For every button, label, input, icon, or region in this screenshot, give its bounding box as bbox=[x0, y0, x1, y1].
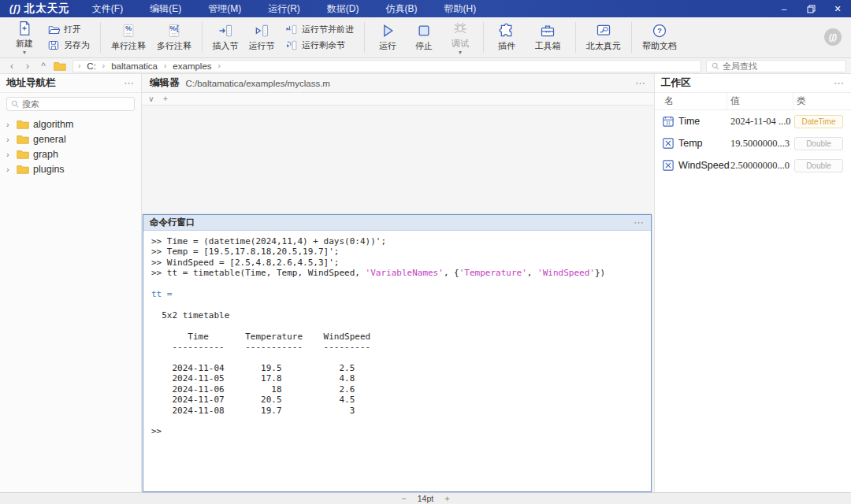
menu-file[interactable]: 文件(F) bbox=[81, 1, 134, 17]
run-remaining-icon bbox=[285, 40, 298, 50]
restore-button[interactable] bbox=[797, 0, 824, 17]
tree-item-general[interactable]: › general bbox=[0, 132, 141, 146]
workspace-row-time[interactable]: 31 Time 2024-11-04 ...0 DateTime bbox=[655, 110, 851, 132]
close-button[interactable]: ✕ bbox=[824, 0, 851, 17]
folder-icon bbox=[17, 165, 29, 174]
console-output[interactable]: >> Time = (datetime(2024,11,4) + days(0:… bbox=[143, 231, 651, 491]
close-icon: ✕ bbox=[834, 4, 841, 14]
main-area: 地址导航栏 ⋯ › algorithm › general › graph bbox=[0, 74, 851, 492]
help-doc-label: 帮助文档 bbox=[642, 40, 677, 52]
run-section-button[interactable]: 运行节 bbox=[243, 19, 280, 56]
tree-label: algorithm bbox=[33, 119, 73, 130]
plugin-button[interactable]: 插件 bbox=[489, 19, 525, 56]
crumb-drive[interactable]: C: bbox=[85, 61, 98, 71]
type-badge: Double bbox=[794, 159, 843, 172]
crumb-baltamatica[interactable]: baltamatica bbox=[110, 61, 159, 71]
chevron-right-icon: › bbox=[6, 135, 13, 144]
folder-icon bbox=[17, 120, 29, 129]
tree-label: plugins bbox=[33, 164, 65, 175]
run-remaining-label: 运行剩余节 bbox=[302, 39, 345, 51]
help-doc-button[interactable]: ? 帮助文档 bbox=[637, 19, 682, 56]
variable-name: Time bbox=[678, 116, 730, 127]
column-name[interactable]: 名 bbox=[655, 93, 727, 109]
open-button[interactable]: 打开 bbox=[44, 23, 94, 36]
address-nav-panel: 地址导航栏 ⋯ › algorithm › general › graph bbox=[0, 74, 142, 492]
toolbox-icon bbox=[540, 23, 556, 39]
crumb-sep-icon: › bbox=[218, 61, 221, 70]
command-window-more-icon[interactable]: ⋯ bbox=[634, 217, 645, 228]
run-section-icon bbox=[254, 23, 269, 39]
crumb-examples[interactable]: examples bbox=[171, 61, 213, 71]
save-as-label: 另存为 bbox=[64, 39, 90, 51]
minimize-icon: – bbox=[782, 4, 786, 13]
workspace-header: 工作区 ⋯ bbox=[655, 74, 851, 93]
tree-item-algorithm[interactable]: › algorithm bbox=[0, 117, 141, 132]
tab-collapse-button[interactable]: ∨ bbox=[145, 94, 158, 105]
nav-up-button[interactable]: ^ bbox=[36, 60, 50, 72]
menu-edit[interactable]: 编辑(E) bbox=[139, 1, 192, 17]
run-section-advance-button[interactable]: 运行节并前进 bbox=[281, 23, 358, 36]
tree-label: graph bbox=[33, 149, 58, 160]
current-folder-button[interactable] bbox=[52, 60, 68, 72]
new-button[interactable]: 新建 ▾ bbox=[6, 19, 43, 56]
app-name: 北太天元 bbox=[24, 2, 70, 16]
font-size-value: 14pt bbox=[418, 494, 433, 503]
debug-caret-icon: ▾ bbox=[459, 51, 462, 54]
save-as-button[interactable]: 另存为 bbox=[44, 39, 94, 52]
workspace-column-headers: 名 值 类 bbox=[655, 93, 851, 110]
address-nav-more-icon[interactable]: ⋯ bbox=[124, 77, 135, 89]
toolbox-button[interactable]: 工具箱 bbox=[525, 19, 570, 56]
type-badge: Double bbox=[794, 137, 843, 150]
multi-comment-icon: %{ bbox=[166, 23, 182, 39]
single-comment-label: 单行注释 bbox=[111, 40, 146, 52]
global-search bbox=[706, 60, 846, 72]
menu-manage[interactable]: 管理(M) bbox=[197, 1, 252, 17]
nav-back-button[interactable]: ‹ bbox=[5, 60, 19, 72]
font-decrease-button[interactable]: − bbox=[401, 495, 406, 503]
menubar: 文件(F) 编辑(E) 管理(M) 运行(R) 数据(D) 仿真(B) 帮助(H… bbox=[81, 1, 487, 17]
workspace-more-icon[interactable]: ⋯ bbox=[834, 77, 845, 89]
run-section-advance-icon bbox=[285, 24, 298, 35]
tree-item-graph[interactable]: › graph bbox=[0, 146, 141, 161]
workspace-panel: 工作区 ⋯ 名 值 类 31 Time 2024-11-04 ...0 Date… bbox=[654, 74, 851, 492]
menu-data[interactable]: 数据(D) bbox=[316, 1, 370, 17]
insert-section-icon bbox=[217, 23, 233, 39]
address-nav-header: 地址导航栏 ⋯ bbox=[0, 74, 141, 93]
workspace-row-temp[interactable]: Temp 19.5000000...3 Double bbox=[655, 132, 851, 154]
minimize-button[interactable]: – bbox=[771, 0, 797, 17]
beitai-zhenyuan-button[interactable]: 北太真元 bbox=[581, 19, 626, 56]
nav-forward-button[interactable]: › bbox=[20, 60, 35, 72]
sidebar-search-input[interactable] bbox=[22, 99, 130, 109]
font-increase-button[interactable]: + bbox=[444, 495, 449, 503]
single-comment-button[interactable]: % 单行注释 bbox=[106, 19, 151, 56]
run-remaining-button[interactable]: 运行剩余节 bbox=[281, 39, 358, 52]
sidebar-search bbox=[6, 97, 135, 111]
editor-header: 编辑器 C:/baltamatica/examples/myclass.m ⋯ bbox=[142, 74, 654, 93]
tree-item-plugins[interactable]: › plugins bbox=[0, 161, 141, 176]
menu-run[interactable]: 运行(R) bbox=[257, 1, 311, 17]
chevron-right-icon: › bbox=[6, 165, 13, 174]
column-value[interactable]: 值 bbox=[727, 93, 793, 109]
editor-body[interactable] bbox=[142, 106, 654, 214]
svg-text:%: % bbox=[125, 24, 132, 32]
workspace-row-windspeed[interactable]: WindSpeed 2.50000000...0 Double bbox=[655, 154, 851, 176]
insert-section-button[interactable]: 插入节 bbox=[207, 19, 243, 56]
open-label: 打开 bbox=[64, 24, 81, 35]
crumb-sep-icon: › bbox=[164, 61, 166, 70]
matrix-icon bbox=[663, 160, 674, 171]
editor-more-icon[interactable]: ⋯ bbox=[635, 77, 646, 89]
svg-text:?: ? bbox=[657, 27, 662, 35]
menu-sim[interactable]: 仿真(B) bbox=[375, 1, 429, 17]
toolbox-label: 工具箱 bbox=[535, 40, 561, 52]
debug-button[interactable]: 调试 ▾ bbox=[442, 19, 478, 56]
stop-label: 停止 bbox=[415, 40, 433, 52]
menu-help[interactable]: 帮助(H) bbox=[433, 1, 488, 17]
column-class[interactable]: 类 bbox=[793, 94, 851, 108]
global-search-input[interactable] bbox=[723, 61, 841, 71]
tab-add-button[interactable]: + bbox=[159, 94, 172, 105]
search-icon bbox=[11, 100, 19, 108]
stop-button[interactable]: 停止 bbox=[406, 19, 442, 56]
variable-value: 2024-11-04 ...0 bbox=[730, 116, 794, 128]
run-button[interactable]: 运行 bbox=[370, 19, 406, 56]
multi-comment-button[interactable]: %{ 多行注释 bbox=[151, 19, 197, 56]
